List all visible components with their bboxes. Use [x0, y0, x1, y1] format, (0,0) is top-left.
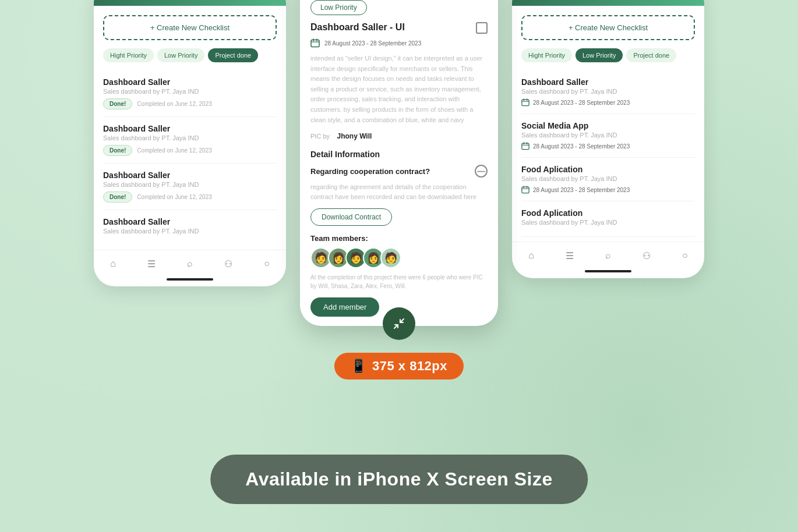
completed-text-3: Completed on June 12, 2023: [137, 194, 211, 200]
detail-content: Low Priority Dashboard Saller - UI 28 Au…: [300, 0, 498, 326]
done-row-1: Done! Completed on June 12, 2023: [103, 98, 277, 109]
right-project-item-4[interactable]: Food Aplication Sales dashboard by PT. J…: [521, 201, 695, 237]
done-badge-1: Done!: [103, 98, 132, 109]
search-icon-right[interactable]: ⌕: [602, 249, 615, 262]
right-date-text-1: 28 August 2023 - 28 September 2023: [533, 100, 630, 106]
tab-low-priority-right[interactable]: Low Priority: [575, 48, 623, 62]
right-date-row-1: 28 August 2023 - 28 September 2023: [521, 98, 695, 107]
download-contract-button[interactable]: Download Contract: [310, 208, 392, 226]
team-title: Team members:: [310, 234, 488, 243]
project-item-4[interactable]: Dashboard Saller Sales dashboard by PT. …: [103, 210, 277, 245]
available-banner: Available in iPhone X Screen Size: [210, 455, 588, 504]
right-project-sub-2: Sales dashboard by PT. Jaya IND: [521, 132, 695, 139]
project-item-1[interactable]: Dashboard Saller Sales dashboard by PT. …: [103, 70, 277, 117]
create-new-checklist-button-right[interactable]: + Create New Checklist: [521, 15, 695, 40]
right-phone-content: + Create New Checklist Hight Priority Lo…: [512, 6, 704, 237]
calendar-icon-middle: [310, 38, 320, 48]
project-sub-4: Sales dashboard by PT. Jaya IND: [103, 228, 277, 235]
project-item-2[interactable]: Dashboard Saller Sales dashboard by PT. …: [103, 117, 277, 164]
project-sub-1: Sales dashboard by PT. Jaya IND: [103, 88, 277, 95]
pic-row: PIC by Jhony Will: [310, 131, 488, 141]
right-project-sub-1: Sales dashboard by PT. Jaya IND: [521, 88, 695, 95]
pic-label: PIC by: [310, 133, 330, 140]
list-icon-left[interactable]: ☰: [145, 257, 158, 270]
project-sub-3: Sales dashboard by PT. Jaya IND: [103, 181, 277, 188]
svg-rect-4: [522, 100, 529, 106]
right-project-title-4: Food Aplication: [521, 208, 695, 218]
size-badge: 📱 375 x 812px: [334, 353, 464, 380]
create-new-checklist-button-left[interactable]: + Create New Checklist: [103, 15, 277, 40]
right-project-item-1[interactable]: Dashboard Saller Sales dashboard by PT. …: [521, 70, 695, 114]
shrink-icon: [392, 317, 406, 331]
detail-project-title: Dashboard Saller - UI: [310, 22, 405, 33]
cooperation-row: Regarding cooperation contract? —: [310, 165, 488, 178]
tabs-row-left: Hight Priority Low Priority Project done: [103, 48, 277, 62]
group-icon-right[interactable]: ⚇: [640, 249, 653, 262]
right-project-item-2[interactable]: Social Media App Sales dashboard by PT. …: [521, 114, 695, 158]
team-desc: At the completion of this project there …: [310, 273, 488, 290]
calendar-icon-r2: [521, 142, 529, 150]
add-member-button[interactable]: Add member: [310, 297, 379, 317]
right-date-text-2: 28 August 2023 - 28 September 2023: [533, 143, 630, 150]
right-project-title-2: Social Media App: [521, 121, 695, 130]
tab-project-done-right[interactable]: Project done: [626, 48, 676, 62]
detail-title-row: Dashboard Saller - UI: [310, 22, 488, 34]
phone-badge-icon: 📱: [351, 359, 366, 374]
detail-description: intended as "seller UI design," it can b…: [310, 54, 488, 125]
svg-rect-0: [311, 40, 319, 47]
minus-icon[interactable]: —: [475, 165, 488, 178]
profile-icon-left[interactable]: ○: [260, 257, 273, 270]
project-title-3: Dashboard Saller: [103, 171, 277, 180]
available-text: Available in iPhone X Screen Size: [245, 469, 553, 490]
bottom-nav-right: ⌂ ☰ ⌕ ⚇ ○: [512, 242, 704, 267]
right-project-sub-4: Sales dashboard by PT. Jaya IND: [521, 219, 695, 226]
profile-icon-right[interactable]: ○: [679, 249, 691, 262]
list-icon-right[interactable]: ☰: [563, 249, 576, 262]
pic-name: Jhony Will: [337, 132, 372, 140]
project-title-4: Dashboard Saller: [103, 217, 277, 226]
left-phone-header: [94, 0, 286, 6]
detail-date-row: 28 August 2023 - 28 September 2023: [310, 38, 488, 48]
done-badge-3: Done!: [103, 191, 132, 203]
detail-info-title: Detail Information: [310, 150, 488, 159]
avatar-5: 🧑: [380, 247, 401, 268]
search-icon-left[interactable]: ⌕: [183, 257, 196, 270]
done-badge-2: Done!: [103, 145, 132, 156]
avatars-row: 🧑 👩 🧑 👩 🧑: [310, 247, 488, 268]
home-icon-right[interactable]: ⌂: [525, 249, 538, 262]
low-priority-badge: Low Priority: [310, 0, 367, 15]
right-project-sub-3: Sales dashboard by PT. Jaya IND: [521, 175, 695, 182]
right-phone-header: [512, 0, 704, 6]
right-project-item-3[interactable]: Food Aplication Sales dashboard by PT. J…: [521, 158, 695, 201]
tab-hight-priority-right[interactable]: Hight Priority: [521, 48, 572, 62]
tab-low-priority-left[interactable]: Low Priority: [157, 48, 204, 62]
shrink-button[interactable]: [383, 307, 415, 340]
project-sub-2: Sales dashboard by PT. Jaya IND: [103, 134, 277, 141]
svg-rect-12: [522, 187, 529, 193]
detail-date-text: 28 August 2023 - 28 September 2023: [324, 40, 421, 47]
cooperation-desc: regarding the agreement and details of t…: [310, 182, 488, 201]
calendar-icon-r3: [521, 186, 529, 194]
right-project-title-3: Food Aplication: [521, 165, 695, 174]
tab-project-done-left[interactable]: Project done: [208, 48, 258, 62]
calendar-icon-r1: [521, 98, 529, 107]
right-date-text-3: 28 August 2023 - 28 September 2023: [533, 187, 630, 193]
left-phone: + Create New Checklist Hight Priority Lo…: [94, 0, 286, 286]
size-badge-text: 375 x 812px: [372, 359, 447, 374]
tabs-row-right: Hight Priority Low Priority Project done: [521, 48, 695, 62]
project-title-2: Dashboard Saller: [103, 124, 277, 133]
right-phone: + Create New Checklist Hight Priority Lo…: [512, 0, 704, 278]
middle-phone: Low Priority Dashboard Saller - UI 28 Au…: [300, 0, 498, 326]
bottom-nav-left: ⌂ ☰ ⌕ ⚇ ○: [94, 250, 286, 275]
completed-text-2: Completed on June 12, 2023: [137, 147, 211, 154]
done-row-3: Done! Completed on June 12, 2023: [103, 191, 277, 203]
checkbox-icon[interactable]: [476, 22, 488, 34]
svg-rect-8: [522, 143, 529, 150]
right-date-row-2: 28 August 2023 - 28 September 2023: [521, 142, 695, 150]
project-title-1: Dashboard Saller: [103, 77, 277, 87]
home-icon-left[interactable]: ⌂: [107, 257, 119, 270]
project-item-3[interactable]: Dashboard Saller Sales dashboard by PT. …: [103, 164, 277, 210]
group-icon-left[interactable]: ⚇: [222, 257, 235, 270]
done-row-2: Done! Completed on June 12, 2023: [103, 145, 277, 156]
tab-hight-priority-left[interactable]: Hight Priority: [103, 48, 154, 62]
